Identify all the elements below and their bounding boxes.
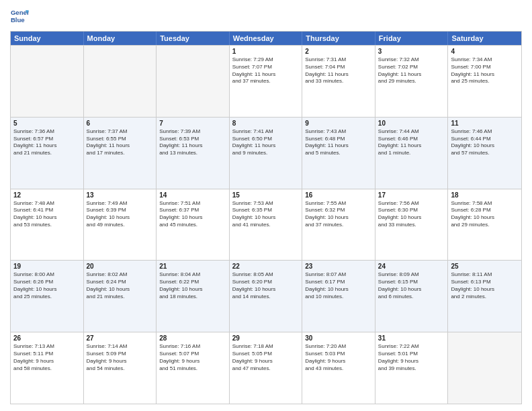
day-number: 9 xyxy=(305,120,372,127)
calendar-cell: 23Sunrise: 8:07 AM Sunset: 6:17 PM Dayli… xyxy=(302,261,375,332)
page: General Blue SundayMondayTuesdayWednesda… xyxy=(0,0,532,411)
day-number: 5 xyxy=(13,120,81,127)
day-info: Sunrise: 7:55 AM Sunset: 6:32 PM Dayligh… xyxy=(305,200,372,229)
day-info: Sunrise: 7:56 AM Sunset: 6:30 PM Dayligh… xyxy=(378,200,445,229)
calendar-cell: 10Sunrise: 7:44 AM Sunset: 6:46 PM Dayli… xyxy=(375,118,449,189)
day-number: 20 xyxy=(87,263,154,270)
calendar-cell: 25Sunrise: 8:11 AM Sunset: 6:13 PM Dayli… xyxy=(448,261,521,332)
day-info: Sunrise: 7:37 AM Sunset: 6:55 PM Dayligh… xyxy=(87,128,154,157)
day-number: 25 xyxy=(451,263,519,270)
calendar-cell: 26Sunrise: 7:13 AM Sunset: 5:11 PM Dayli… xyxy=(11,332,84,404)
day-number: 19 xyxy=(13,263,81,270)
day-info: Sunrise: 7:44 AM Sunset: 6:46 PM Dayligh… xyxy=(378,128,445,157)
day-info: Sunrise: 7:13 AM Sunset: 5:11 PM Dayligh… xyxy=(13,343,81,372)
day-number: 4 xyxy=(451,48,519,55)
day-info: Sunrise: 7:31 AM Sunset: 7:04 PM Dayligh… xyxy=(305,56,372,85)
day-info: Sunrise: 8:09 AM Sunset: 6:15 PM Dayligh… xyxy=(378,271,445,300)
day-number: 23 xyxy=(305,263,372,270)
calendar-cell: 24Sunrise: 8:09 AM Sunset: 6:15 PM Dayli… xyxy=(375,261,449,332)
calendar-cell: 6Sunrise: 7:37 AM Sunset: 6:55 PM Daylig… xyxy=(84,118,157,189)
day-number: 3 xyxy=(378,48,445,55)
day-info: Sunrise: 7:39 AM Sunset: 6:53 PM Dayligh… xyxy=(159,128,226,157)
day-info: Sunrise: 7:22 AM Sunset: 5:01 PM Dayligh… xyxy=(378,343,445,372)
day-number: 17 xyxy=(378,191,445,199)
day-info: Sunrise: 7:20 AM Sunset: 5:03 PM Dayligh… xyxy=(305,343,372,372)
day-number: 22 xyxy=(232,263,300,270)
day-number: 27 xyxy=(87,334,154,342)
calendar-week: 1Sunrise: 7:29 AM Sunset: 7:07 PM Daylig… xyxy=(11,45,521,117)
day-info: Sunrise: 8:00 AM Sunset: 6:26 PM Dayligh… xyxy=(13,271,81,300)
calendar-header-cell: Friday xyxy=(375,32,449,45)
calendar-cell: 8Sunrise: 7:41 AM Sunset: 6:50 PM Daylig… xyxy=(230,118,303,189)
calendar-header-cell: Wednesday xyxy=(230,32,303,45)
day-number: 1 xyxy=(232,48,300,55)
calendar-header-cell: Monday xyxy=(84,32,157,45)
calendar-body: 1Sunrise: 7:29 AM Sunset: 7:07 PM Daylig… xyxy=(11,45,521,404)
day-info: Sunrise: 7:14 AM Sunset: 5:09 PM Dayligh… xyxy=(87,343,154,372)
day-number: 6 xyxy=(87,120,154,127)
day-info: Sunrise: 7:18 AM Sunset: 5:05 PM Dayligh… xyxy=(232,343,300,372)
day-number: 16 xyxy=(305,191,372,199)
calendar-cell: 7Sunrise: 7:39 AM Sunset: 6:53 PM Daylig… xyxy=(157,118,230,189)
calendar-cell: 14Sunrise: 7:51 AM Sunset: 6:37 PM Dayli… xyxy=(157,189,230,261)
calendar-week: 19Sunrise: 8:00 AM Sunset: 6:26 PM Dayli… xyxy=(11,260,521,332)
day-number: 31 xyxy=(378,334,445,342)
day-number: 28 xyxy=(159,334,226,342)
day-info: Sunrise: 7:49 AM Sunset: 6:39 PM Dayligh… xyxy=(87,200,154,229)
day-number: 8 xyxy=(232,120,300,127)
day-info: Sunrise: 8:05 AM Sunset: 6:20 PM Dayligh… xyxy=(232,271,300,300)
day-number: 26 xyxy=(13,334,81,342)
calendar-header-cell: Tuesday xyxy=(157,32,230,45)
header: General Blue xyxy=(10,7,522,26)
calendar-cell: 4Sunrise: 7:34 AM Sunset: 7:00 PM Daylig… xyxy=(448,46,521,117)
calendar-cell: 20Sunrise: 8:02 AM Sunset: 6:24 PM Dayli… xyxy=(84,261,157,332)
calendar-cell: 11Sunrise: 7:46 AM Sunset: 6:44 PM Dayli… xyxy=(448,118,521,189)
calendar-cell: 30Sunrise: 7:20 AM Sunset: 5:03 PM Dayli… xyxy=(302,332,375,404)
day-info: Sunrise: 8:07 AM Sunset: 6:17 PM Dayligh… xyxy=(305,271,372,300)
calendar-cell: 13Sunrise: 7:49 AM Sunset: 6:39 PM Dayli… xyxy=(84,189,157,261)
day-number: 2 xyxy=(305,48,372,55)
day-number: 14 xyxy=(159,191,226,199)
day-info: Sunrise: 7:58 AM Sunset: 6:28 PM Dayligh… xyxy=(451,200,519,229)
calendar: SundayMondayTuesdayWednesdayThursdayFrid… xyxy=(10,31,522,404)
calendar-cell: 16Sunrise: 7:55 AM Sunset: 6:32 PM Dayli… xyxy=(302,189,375,261)
day-number: 15 xyxy=(232,191,300,199)
calendar-cell: 12Sunrise: 7:48 AM Sunset: 6:41 PM Dayli… xyxy=(11,189,84,261)
day-number: 13 xyxy=(87,191,154,199)
svg-text:General: General xyxy=(11,9,29,16)
calendar-header-cell: Saturday xyxy=(448,32,521,45)
day-info: Sunrise: 7:32 AM Sunset: 7:02 PM Dayligh… xyxy=(378,56,445,85)
calendar-cell: 3Sunrise: 7:32 AM Sunset: 7:02 PM Daylig… xyxy=(375,46,449,117)
calendar-cell: 17Sunrise: 7:56 AM Sunset: 6:30 PM Dayli… xyxy=(375,189,449,261)
svg-text:Blue: Blue xyxy=(11,16,25,24)
day-info: Sunrise: 7:36 AM Sunset: 6:57 PM Dayligh… xyxy=(13,128,81,157)
calendar-cell-empty xyxy=(448,332,521,404)
day-number: 7 xyxy=(159,120,226,127)
calendar-header: SundayMondayTuesdayWednesdayThursdayFrid… xyxy=(11,32,521,45)
calendar-cell: 2Sunrise: 7:31 AM Sunset: 7:04 PM Daylig… xyxy=(302,46,375,117)
day-info: Sunrise: 7:51 AM Sunset: 6:37 PM Dayligh… xyxy=(159,200,226,229)
day-number: 12 xyxy=(13,191,81,199)
day-number: 18 xyxy=(451,191,519,199)
day-info: Sunrise: 8:04 AM Sunset: 6:22 PM Dayligh… xyxy=(159,271,226,300)
day-number: 21 xyxy=(159,263,226,270)
day-info: Sunrise: 7:34 AM Sunset: 7:00 PM Dayligh… xyxy=(451,56,519,85)
day-number: 24 xyxy=(378,263,445,270)
day-number: 10 xyxy=(378,120,445,127)
day-info: Sunrise: 7:53 AM Sunset: 6:35 PM Dayligh… xyxy=(232,200,300,229)
calendar-cell: 28Sunrise: 7:16 AM Sunset: 5:07 PM Dayli… xyxy=(157,332,230,404)
calendar-cell: 21Sunrise: 8:04 AM Sunset: 6:22 PM Dayli… xyxy=(157,261,230,332)
calendar-cell: 5Sunrise: 7:36 AM Sunset: 6:57 PM Daylig… xyxy=(11,118,84,189)
calendar-cell: 29Sunrise: 7:18 AM Sunset: 5:05 PM Dayli… xyxy=(230,332,303,404)
day-info: Sunrise: 7:16 AM Sunset: 5:07 PM Dayligh… xyxy=(159,343,226,372)
calendar-week: 5Sunrise: 7:36 AM Sunset: 6:57 PM Daylig… xyxy=(11,117,521,189)
calendar-cell-empty xyxy=(11,46,84,117)
day-number: 11 xyxy=(451,120,519,127)
calendar-cell: 31Sunrise: 7:22 AM Sunset: 5:01 PM Dayli… xyxy=(375,332,449,404)
day-info: Sunrise: 8:02 AM Sunset: 6:24 PM Dayligh… xyxy=(87,271,154,300)
day-info: Sunrise: 7:43 AM Sunset: 6:48 PM Dayligh… xyxy=(305,128,372,157)
calendar-cell: 22Sunrise: 8:05 AM Sunset: 6:20 PM Dayli… xyxy=(230,261,303,332)
calendar-cell: 27Sunrise: 7:14 AM Sunset: 5:09 PM Dayli… xyxy=(84,332,157,404)
calendar-header-cell: Thursday xyxy=(302,32,375,45)
logo: General Blue xyxy=(10,7,29,26)
